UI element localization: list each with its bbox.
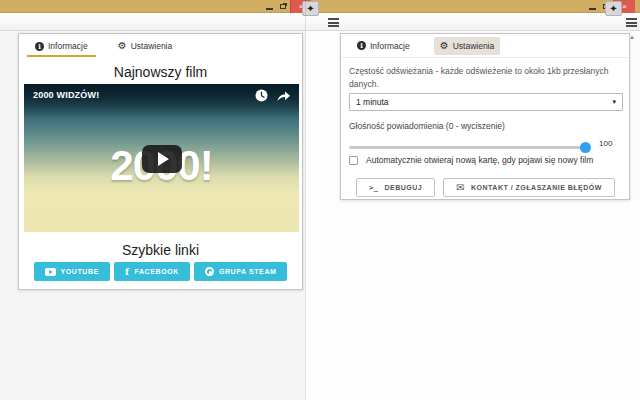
- extension-icon: ✦: [306, 4, 314, 14]
- minimize-icon: [589, 8, 596, 10]
- terminal-icon: >_: [369, 184, 378, 192]
- quick-links-heading: Szybkie linki: [19, 242, 302, 258]
- slider-track: [349, 146, 589, 149]
- gear-icon: ⚙: [118, 41, 127, 51]
- video-title: 2000 WIDZÓW!: [33, 90, 99, 100]
- minimize-icon: [266, 8, 273, 10]
- extension-popup-ustawienia: i Informacje ⚙ Ustawienia Częstość odświ…: [340, 33, 630, 200]
- button-label: KONTAKT / ZGŁASZANIE BŁĘDÓW: [471, 184, 602, 191]
- window-seam: [305, 0, 306, 400]
- window-titlebar: [0, 0, 640, 13]
- tab-label: Ustawienia: [453, 41, 495, 51]
- extension-popup-informacje: i Informacje ⚙ Ustawienia Najnowszy film…: [18, 33, 303, 290]
- autoopen-row: Automatycznie otwieraj nową kartę, gdy p…: [349, 155, 593, 165]
- debug-button[interactable]: >_ DEBUGUJ: [356, 178, 435, 197]
- chevron-down-icon: ▾: [612, 98, 616, 106]
- tab-ustawienia[interactable]: ⚙ Ustawienia: [434, 37, 501, 55]
- tab-label: Informacje: [370, 41, 410, 51]
- extension-icon: ✦: [609, 4, 617, 14]
- button-label: DEBUGUJ: [384, 184, 422, 191]
- menu-button[interactable]: [328, 18, 339, 27]
- share-icon[interactable]: [276, 90, 291, 102]
- youtube-button[interactable]: YOUTUBE: [34, 262, 110, 281]
- info-icon: i: [357, 41, 366, 50]
- autoopen-label: Automatycznie otwieraj nową kartę, gdy p…: [366, 155, 593, 165]
- tab-label: Informacje: [48, 41, 88, 51]
- screenshot-stage: × × ✦ ✦ ▲ i Informacje ⚙ Ustawienia Najn…: [0, 0, 640, 400]
- close-icon: ×: [622, 2, 627, 11]
- volume-label: Głośność powiadomienia (0 - wyciszenie): [349, 121, 505, 131]
- facebook-icon: f: [125, 267, 129, 277]
- tab-label: Ustawienia: [131, 41, 173, 51]
- tab-ustawienia[interactable]: ⚙ Ustawienia: [112, 37, 179, 55]
- youtube-icon: [45, 268, 56, 276]
- play-button[interactable]: [142, 145, 182, 173]
- play-icon: [158, 152, 169, 166]
- minimize-button[interactable]: [585, 0, 599, 13]
- minimize-button[interactable]: [262, 0, 276, 13]
- envelope-icon: ✉: [456, 183, 465, 193]
- tab-informacje[interactable]: i Informacje: [29, 37, 94, 55]
- volume-slider[interactable]: [349, 142, 589, 153]
- video-embed[interactable]: 2000 WIDZÓW! 2000!: [24, 84, 299, 232]
- tab-informacje[interactable]: i Informacje: [351, 37, 416, 55]
- facebook-button[interactable]: f FACEBOOK: [114, 262, 190, 281]
- tab-bar: i Informacje ⚙ Ustawienia: [19, 34, 302, 58]
- refresh-interval-select[interactable]: 1 minuta ▾: [349, 93, 623, 111]
- button-label: FACEBOOK: [134, 268, 178, 275]
- slider-thumb[interactable]: [580, 142, 591, 153]
- latest-film-heading: Najnowszy film: [19, 64, 302, 80]
- contact-button[interactable]: ✉ KONTAKT / ZGŁASZANIE BŁĘDÓW: [443, 178, 615, 197]
- button-label: YOUTUBE: [61, 268, 99, 275]
- steam-icon: [205, 267, 214, 276]
- menu-button[interactable]: [626, 18, 637, 27]
- autoopen-checkbox[interactable]: [349, 156, 358, 165]
- refresh-note-line1: Częstość odświeżania - każde odświeżenie…: [349, 65, 625, 91]
- gear-icon: ⚙: [440, 41, 449, 51]
- quick-links-row: YOUTUBE f FACEBOOK GRUPA STEAM: [19, 262, 302, 281]
- steam-group-button[interactable]: GRUPA STEAM: [194, 262, 288, 281]
- browser-toolbar: [0, 14, 640, 31]
- select-value: 1 minuta: [356, 97, 389, 107]
- extension-button[interactable]: ✦: [605, 1, 622, 16]
- restore-button[interactable]: [276, 0, 290, 13]
- settings-buttons-row: >_ DEBUGUJ ✉ KONTAKT / ZGŁASZANIE BŁĘDÓW: [356, 178, 615, 197]
- button-label: GRUPA STEAM: [219, 268, 277, 275]
- watch-later-icon[interactable]: [255, 89, 268, 102]
- tab-bar: i Informacje ⚙ Ustawienia: [341, 34, 629, 58]
- video-header-icons: [255, 89, 291, 102]
- volume-value: 100: [599, 139, 612, 148]
- info-icon: i: [35, 42, 44, 51]
- restore-icon: [280, 4, 286, 9]
